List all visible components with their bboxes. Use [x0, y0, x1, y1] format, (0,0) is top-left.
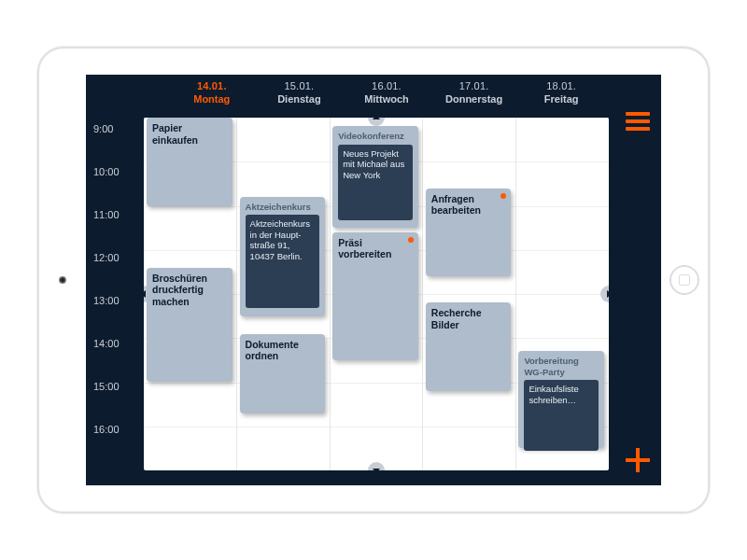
event-title: Papier einkaufen	[152, 122, 227, 146]
calendar-event[interactable]: Broschüren druckfertig machen	[147, 268, 233, 383]
day-date: 14.01.	[168, 80, 256, 93]
event-title: Broschüren druckfertig machen	[152, 273, 227, 308]
priority-dot-icon	[408, 237, 414, 243]
day-column	[423, 118, 516, 470]
day-date: 17.01.	[430, 80, 518, 93]
event-header: Aktzeichenkurs	[246, 202, 320, 212]
calendar-event[interactable]: Dokumente ordnen	[240, 334, 326, 413]
day-date: 16.01.	[343, 80, 430, 93]
hour-label: 13:00	[93, 295, 138, 338]
day-header[interactable]: 18.01. Freitag	[517, 80, 605, 106]
day-header[interactable]: 17.01. Donnerstag	[430, 80, 518, 106]
event-body: Aktzeichenkurs in der Haupt­straße 91, 1…	[246, 215, 320, 308]
hour-label: 16:00	[93, 424, 138, 467]
hour-label: 14:00	[93, 338, 138, 381]
calendar-event[interactable]: Recherche Bilder	[426, 302, 512, 391]
calendar-event[interactable]: Präsi vorbereiten	[332, 232, 418, 360]
day-header[interactable]: 14.01. Montag	[168, 80, 256, 106]
day-name: Freitag	[517, 93, 605, 106]
bezel-left	[39, 49, 86, 511]
home-button[interactable]	[669, 265, 699, 295]
event-title: Präsi vorbereiten	[338, 237, 413, 260]
menu-icon[interactable]	[626, 112, 650, 131]
add-button[interactable]	[626, 448, 650, 472]
hour-label-column: 9:00 10:00 11:00 12:00 13:00 14:00 15:00…	[93, 123, 138, 467]
calendar-grid[interactable]: Papier einkaufenBroschüren druckfertig m…	[144, 118, 609, 470]
tablet-frame: 14.01. Montag 15.01. Dienstag 16.01. Mit…	[37, 47, 710, 513]
priority-dot-icon	[500, 193, 506, 199]
calendar-event[interactable]: AktzeichenkursAktzeichenkurs in der Haup…	[240, 197, 326, 316]
day-name: Mittwoch	[343, 93, 430, 106]
hour-label: 12:00	[93, 252, 138, 295]
calendar-event[interactable]: Anfragen bearbeiten	[426, 189, 512, 277]
bezel-right	[661, 49, 708, 511]
day-header[interactable]: 16.01. Mittwoch	[343, 80, 430, 106]
day-header-row: 14.01. Montag 15.01. Dienstag 16.01. Mit…	[168, 80, 605, 106]
day-date: 15.01.	[256, 80, 344, 93]
screen: 14.01. Montag 15.01. Dienstag 16.01. Mit…	[86, 75, 661, 485]
event-title: Recherche Bilder	[431, 307, 506, 330]
day-name: Montag	[168, 93, 256, 106]
event-body: Neues Projekt mit Michael aus New York	[338, 145, 413, 220]
calendar-event[interactable]: Vorbereitung WG-PartyEinkaufsliste schre…	[518, 351, 604, 448]
day-date: 18.01.	[517, 80, 605, 93]
event-header: Videokonferenz	[338, 131, 413, 141]
day-header[interactable]: 15.01. Dienstag	[256, 80, 344, 106]
hour-label: 10:00	[93, 166, 138, 209]
hour-label: 9:00	[93, 123, 138, 166]
event-title: Dokumente ordnen	[246, 339, 320, 362]
calendar-event[interactable]: VideokonferenzNeues Projekt mit Michael …	[332, 126, 418, 228]
event-header: Vorbereitung WG-Party	[524, 356, 599, 377]
hour-label: 11:00	[93, 209, 138, 252]
event-title: Anfragen bearbeiten	[431, 193, 506, 217]
camera	[59, 276, 66, 284]
calendar-event[interactable]: Papier einkaufen	[147, 118, 233, 206]
day-name: Dienstag	[256, 93, 344, 106]
day-name: Donnerstag	[430, 93, 518, 106]
hour-label: 15:00	[93, 381, 138, 424]
event-body: Einkaufsliste schreiben…	[524, 380, 599, 451]
